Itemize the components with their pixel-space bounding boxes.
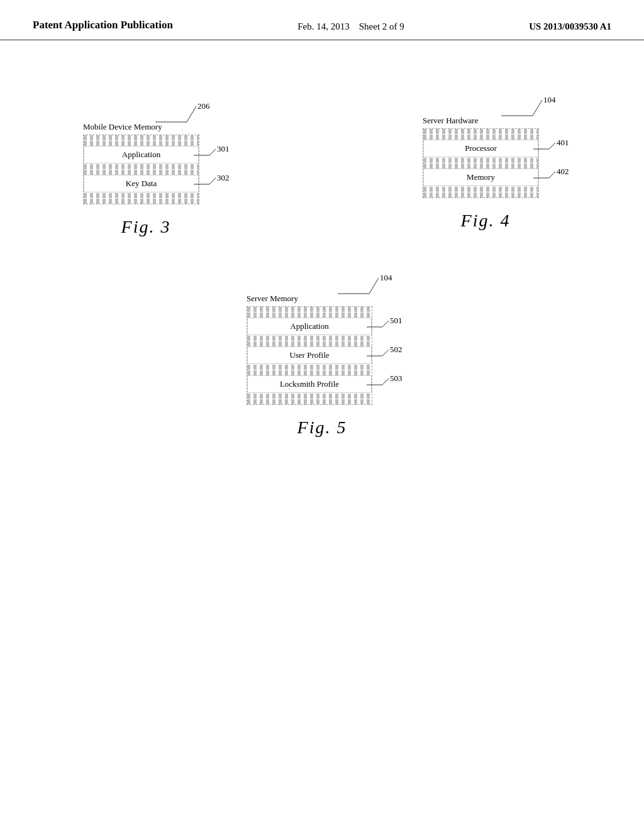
fig3-outer-box: 301 Application 302 bbox=[83, 135, 199, 204]
fig3-ref301: 301 bbox=[217, 146, 230, 153]
fig5-ref502: 502 bbox=[390, 346, 402, 354]
fig3-section1: 301 Application bbox=[84, 146, 199, 163]
page-header: Patent Application Publication Feb. 14, … bbox=[0, 0, 644, 40]
publication-number: US 2013/0039530 A1 bbox=[529, 18, 611, 33]
fig5-locksmith-box: Locksmith Profile bbox=[247, 375, 372, 393]
fig3-bot-hatch1 bbox=[84, 193, 199, 198]
fig3-section2: 302 Key Data bbox=[84, 175, 199, 192]
fig3-label: Fig. 3 bbox=[83, 217, 209, 237]
fig3-mid-hatch2 bbox=[84, 170, 199, 175]
fig3-outer-bracket-svg: 206 bbox=[136, 100, 212, 125]
fig4-label: Fig. 4 bbox=[423, 211, 548, 231]
top-diagrams-row: 206 Mobile Device Memory bbox=[33, 116, 611, 237]
fig4-ref401: 401 bbox=[557, 140, 569, 147]
fig5-mid-hatch1 bbox=[247, 336, 372, 341]
fig5-userprofile-box: User Profile bbox=[247, 346, 372, 364]
fig3-top-hatch bbox=[84, 135, 199, 140]
fig5-sec3-bracket: 503 bbox=[367, 375, 417, 394]
main-content: 206 Mobile Device Memory bbox=[0, 40, 644, 463]
fig5-application-box: Application bbox=[247, 318, 372, 335]
header-right-text: US 2013/0039530 A1 bbox=[529, 21, 611, 31]
fig4-processor-box: Processor bbox=[423, 140, 538, 157]
fig4-section2: 402 Memory bbox=[423, 169, 538, 186]
fig3-mid-hatch1 bbox=[84, 164, 199, 169]
fig3-top-hatch2 bbox=[84, 141, 199, 146]
fig3-ref302: 302 bbox=[217, 175, 230, 182]
fig5-mid-hatch2 bbox=[247, 341, 372, 346]
fig5-outer-bracket-svg: 104 bbox=[319, 272, 401, 297]
fig5-sec2-bracket: 502 bbox=[367, 346, 417, 365]
fig5-top-hatch bbox=[247, 307, 372, 312]
svg-line-1 bbox=[187, 106, 196, 122]
fig4-memory-box: Memory bbox=[423, 169, 538, 186]
fig4-diagram: 104 Server Hardware 401 bbox=[423, 116, 561, 231]
fig3-sec2-bracket: 302 bbox=[194, 175, 244, 194]
svg-line-9 bbox=[549, 143, 555, 149]
fig3-sec1-bracket: 301 bbox=[194, 146, 244, 165]
publication-date-sheet: Feb. 14, 2013 Sheet 2 of 9 bbox=[297, 18, 404, 33]
fig5-section1: 501 Application bbox=[247, 318, 372, 335]
fig5-section: 104 Server Memory 501 Application bbox=[33, 294, 611, 438]
fig4-outer-bracket-svg: 104 bbox=[482, 94, 564, 119]
svg-line-5 bbox=[209, 178, 216, 184]
fig4-ref104-label: 104 bbox=[543, 95, 556, 104]
fig4-sec1-bracket: 401 bbox=[533, 140, 584, 158]
fig4-bot-hatch2 bbox=[423, 192, 538, 197]
header-left-text: Patent Application Publication bbox=[33, 19, 173, 31]
svg-line-13 bbox=[369, 278, 379, 294]
fig3-bot-hatch2 bbox=[84, 199, 199, 204]
fig4-outer-box: 401 Processor 402 bbox=[423, 128, 539, 198]
fig5-mid2-hatch2 bbox=[247, 370, 372, 375]
fig5-ref104-label: 104 bbox=[380, 273, 392, 282]
svg-line-11 bbox=[549, 172, 555, 178]
svg-line-7 bbox=[533, 100, 542, 116]
fig5-top-hatch2 bbox=[247, 313, 372, 318]
fig4-sec2-bracket: 402 bbox=[533, 169, 584, 187]
fig3-diagram: 206 Mobile Device Memory bbox=[83, 122, 209, 237]
fig5-ref503: 503 bbox=[390, 375, 402, 383]
fig3-keydata-box: Key Data bbox=[84, 175, 199, 192]
fig3-ref206-label: 206 bbox=[197, 101, 210, 111]
fig5-section3: 503 Locksmith Profile bbox=[247, 375, 372, 393]
svg-line-17 bbox=[382, 350, 389, 356]
fig5-bot-hatch2 bbox=[247, 399, 372, 404]
fig5-ref501: 501 bbox=[390, 318, 402, 325]
fig5-diagram: 104 Server Memory 501 Application bbox=[247, 294, 397, 405]
svg-line-19 bbox=[382, 379, 389, 385]
fig5-mid2-hatch1 bbox=[247, 365, 372, 370]
header-date: Feb. 14, 2013 bbox=[297, 21, 350, 31]
fig5-label: Fig. 5 bbox=[297, 418, 347, 438]
svg-line-3 bbox=[209, 149, 216, 155]
fig4-mid-hatch1 bbox=[423, 158, 538, 163]
fig5-outer-box: 501 Application 502 User Profile bbox=[247, 306, 372, 405]
fig5-sec1-bracket: 501 bbox=[367, 318, 417, 336]
header-sheet: Sheet 2 of 9 bbox=[359, 21, 404, 31]
fig4-mid-hatch2 bbox=[423, 163, 538, 169]
fig4-top-hatch2 bbox=[423, 135, 538, 140]
fig4-top-hatch bbox=[423, 129, 538, 134]
fig4-bot-hatch1 bbox=[423, 187, 538, 192]
fig4-ref402: 402 bbox=[557, 169, 569, 176]
svg-line-15 bbox=[382, 321, 389, 327]
fig3-application-box: Application bbox=[84, 146, 199, 163]
publication-title: Patent Application Publication bbox=[33, 18, 173, 33]
fig4-section1: 401 Processor bbox=[423, 140, 538, 157]
fig5-section2: 502 User Profile bbox=[247, 346, 372, 364]
fig5-bot-hatch1 bbox=[247, 394, 372, 399]
